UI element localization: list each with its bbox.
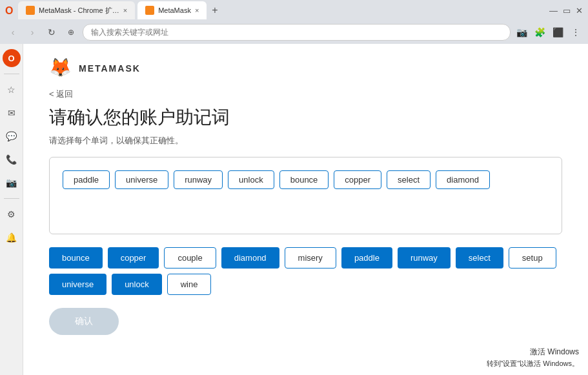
metamask-header: 🦊 METAMASK	[49, 57, 562, 80]
tab2-close[interactable]: ×	[195, 6, 199, 14]
dropzone-word[interactable]: paddle	[63, 170, 110, 189]
tab2-label: MetaMask	[158, 6, 191, 14]
tab2-favicon	[145, 6, 154, 15]
page-content: 🦊 METAMASK < 返回 请确认您的账户助记词 请选择每个单词，以确保其正…	[23, 44, 588, 375]
sidebar-instagram-icon[interactable]: 📷	[3, 174, 21, 192]
sidebar-opera-icon[interactable]: O	[3, 49, 21, 67]
word-pool-item[interactable]: bounce	[49, 247, 103, 269]
sidebar-bookmarks-icon[interactable]: ☆	[3, 81, 21, 99]
tab1-close[interactable]: ×	[123, 6, 127, 14]
sidebar-notification-icon[interactable]: 🔔	[3, 228, 21, 247]
screenshot-icon[interactable]: 📷	[514, 25, 529, 39]
metamask-brand: METAMASK	[79, 63, 141, 74]
word-pool-item[interactable]: wine	[167, 274, 212, 295]
sidebar-messenger-icon[interactable]: 💬	[3, 127, 21, 145]
sidebar-mail-icon[interactable]: ✉	[3, 104, 21, 122]
left-sidebar: O ☆ ✉ 💬 📞 📷 ⚙ 🔔	[0, 44, 23, 375]
opera-icon: O	[5, 5, 15, 15]
forward-button[interactable]: ›	[25, 25, 40, 40]
dropzone-word[interactable]: select	[387, 170, 431, 189]
confirm-button[interactable]: 确认	[49, 308, 119, 335]
word-pool-item[interactable]: runway	[398, 247, 451, 269]
dropzone-word[interactable]: unlock	[228, 170, 274, 189]
refresh-button[interactable]: ↻	[44, 25, 59, 40]
sidebar-divider-1	[4, 74, 19, 74]
sidebar-settings-icon[interactable]: ⚙	[3, 205, 21, 223]
word-pool-item[interactable]: paddle	[341, 247, 392, 269]
word-pool-item[interactable]: setup	[509, 247, 556, 269]
toolbar-right: 📷 🧩 ⬛ ⋮	[514, 25, 583, 39]
dropzone-word[interactable]: universe	[115, 170, 168, 189]
word-pool-item[interactable]: misery	[285, 247, 336, 269]
dropzone: paddleuniverserunwayunlockbouncecopperse…	[49, 157, 562, 234]
metamask-logo: 🦊	[49, 57, 72, 80]
tab1-label: MetaMask - Chrome 扩…	[39, 6, 119, 15]
word-pool: bouncecoppercouplediamondmiserypaddlerun…	[49, 247, 562, 295]
menu-icon[interactable]: ⋮	[569, 25, 583, 39]
word-pool-item[interactable]: select	[456, 247, 503, 269]
browser-content: O ☆ ✉ 💬 📞 📷 ⚙ 🔔 🦊 METAMASK < 返回 请确认您的账户助…	[0, 44, 588, 375]
addressbar: ‹ › ↻ ⊕ 📷 🧩 ⬛ ⋮	[0, 21, 588, 44]
word-pool-item[interactable]: copper	[108, 247, 159, 269]
sidebar-phone-icon[interactable]: 📞	[3, 150, 21, 168]
titlebar-left: O MetaMask - Chrome 扩… × MetaMask × +	[5, 1, 221, 19]
word-pool-item[interactable]: universe	[49, 274, 106, 295]
page-subtitle: 请选择每个单词，以确保其正确性。	[49, 135, 562, 147]
tab1-favicon	[26, 6, 35, 15]
address-input[interactable]	[83, 24, 511, 41]
back-button[interactable]: ‹	[5, 25, 21, 40]
sidebar-divider-2	[4, 198, 19, 199]
dropzone-word[interactable]: diamond	[436, 170, 490, 189]
word-pool-item[interactable]: couple	[164, 247, 216, 269]
extension-icon[interactable]: 🧩	[532, 25, 547, 39]
new-tab-button[interactable]: +	[209, 5, 220, 16]
page-title: 请确认您的账户助记词	[49, 106, 562, 128]
dropzone-word[interactable]: copper	[334, 170, 381, 189]
dropzone-word[interactable]: bounce	[279, 170, 329, 189]
back-link[interactable]: < 返回	[49, 88, 73, 100]
tab-2[interactable]: MetaMask ×	[137, 1, 207, 19]
home-button[interactable]: ⊕	[63, 25, 79, 40]
restore-icon[interactable]: ▭	[563, 6, 571, 15]
word-pool-item[interactable]: diamond	[221, 247, 279, 269]
titlebar: O MetaMask - Chrome 扩… × MetaMask × + — …	[0, 0, 588, 21]
word-pool-item[interactable]: unlock	[112, 274, 162, 295]
close-icon[interactable]: ✕	[576, 6, 583, 15]
minimize-icon[interactable]: —	[549, 6, 558, 15]
tab-1[interactable]: MetaMask - Chrome 扩… ×	[18, 1, 135, 19]
dropzone-word[interactable]: runway	[174, 170, 223, 189]
toggle-icon[interactable]: ⬛	[551, 25, 565, 39]
